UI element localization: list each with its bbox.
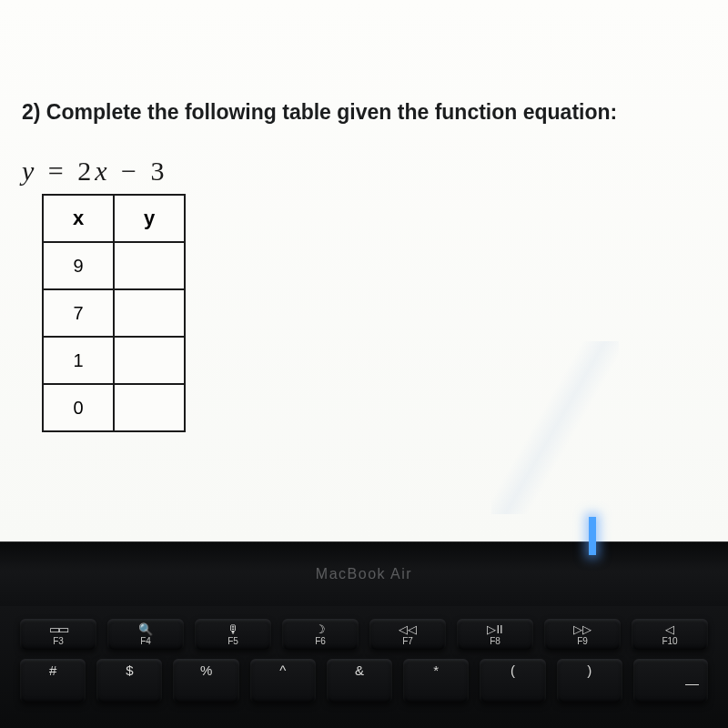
x-cell: 9 [43, 242, 114, 289]
f4-key[interactable]: 🔍 F4 [107, 619, 184, 650]
f10-key[interactable]: ◁ F10 [632, 619, 708, 650]
number-key[interactable]: # [20, 659, 86, 703]
y-cell[interactable] [114, 337, 185, 384]
forward-icon: ▷▷ [573, 623, 592, 635]
number-key[interactable]: & [327, 659, 392, 703]
number-key[interactable]: ^ [250, 659, 316, 703]
function-equation: y = 2x − 3 [22, 156, 701, 187]
laptop-bezel: MacBook Air [0, 541, 728, 606]
rewind-icon: ◁◁ [399, 623, 417, 635]
mission-control-icon: ▭▭ [49, 623, 67, 635]
play-pause-icon: ▷II [487, 623, 502, 635]
table-row: 7 [43, 289, 185, 337]
coefficient: 2 [77, 156, 95, 186]
screen-reflection [491, 341, 619, 514]
table-row: 9 [43, 242, 185, 289]
constant: 3 [151, 156, 168, 186]
function-table: x y 9 7 1 0 [42, 194, 186, 432]
number-key[interactable]: — [633, 659, 708, 703]
col-header-x: x [43, 195, 114, 242]
number-key-row: # $ % ^ & * ( ) — [20, 659, 708, 703]
moon-icon: ☽ [315, 623, 326, 635]
table-row: 1 [43, 337, 185, 384]
f9-key[interactable]: ▷▷ F9 [544, 619, 621, 650]
y-cell[interactable] [114, 289, 185, 337]
function-key-row: ▭▭ F3 🔍 F4 🎙 F5 ☽ F6 ◁◁ F7 ▷II F8 ▷▷ F9 … [20, 619, 708, 650]
worksheet-area: 2) Complete the following table given th… [0, 0, 728, 541]
variable: x [95, 156, 110, 186]
equation-lhs: y [22, 156, 37, 186]
f7-key[interactable]: ◁◁ F7 [369, 619, 446, 650]
f3-key[interactable]: ▭▭ F3 [20, 619, 96, 650]
col-header-y: y [114, 195, 185, 242]
mute-icon: ◁ [665, 623, 674, 635]
keyboard: ▭▭ F3 🔍 F4 🎙 F5 ☽ F6 ◁◁ F7 ▷II F8 ▷▷ F9 … [0, 606, 728, 728]
number-key[interactable]: * [403, 659, 469, 703]
f8-key[interactable]: ▷II F8 [457, 619, 533, 650]
number-key[interactable]: $ [96, 659, 162, 703]
y-cell[interactable] [114, 384, 185, 431]
y-cell[interactable] [114, 242, 185, 289]
equals-sign: = [48, 156, 67, 186]
table-row: 0 [43, 384, 185, 431]
laptop-model: MacBook Air [316, 566, 412, 582]
mic-icon: 🎙 [228, 623, 239, 635]
number-key[interactable]: ( [480, 659, 545, 703]
search-icon: 🔍 [138, 623, 153, 635]
number-key[interactable]: % [173, 659, 238, 703]
question-prompt: 2) Complete the following table given th… [22, 100, 701, 125]
x-cell: 7 [43, 289, 114, 337]
f5-key[interactable]: 🎙 F5 [195, 619, 271, 650]
x-cell: 1 [43, 337, 114, 384]
number-key[interactable]: ) [557, 659, 622, 703]
minus-sign: − [121, 156, 140, 186]
indicator-light [589, 517, 596, 555]
f6-key[interactable]: ☽ F6 [282, 619, 359, 650]
x-cell: 0 [43, 384, 114, 431]
